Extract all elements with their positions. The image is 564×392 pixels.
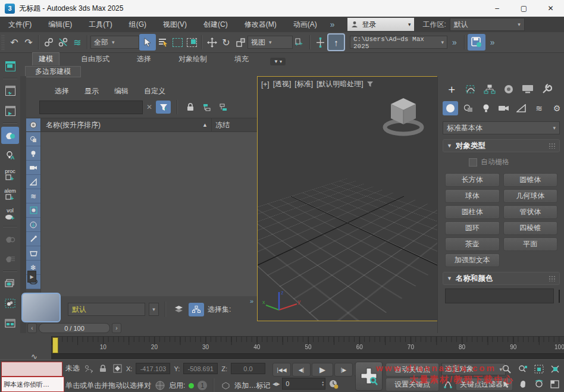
maxscript-mini-listener[interactable]: 脚本迷你侦听… — [1, 377, 64, 392]
time-slider-handle[interactable] — [52, 337, 58, 353]
layers-icon[interactable] — [172, 303, 185, 315]
select-object-button[interactable] — [139, 34, 156, 51]
set-keys-button[interactable] — [355, 362, 383, 391]
window-crossing-toggle[interactable] — [184, 35, 199, 50]
hand-list-tool-icon[interactable] — [1, 250, 19, 268]
ribbon-minimize-dropdown[interactable]: ▼ ▾ — [270, 58, 286, 65]
light-lister-icon[interactable]: A — [1, 146, 19, 164]
play-button[interactable]: ▶ — [312, 363, 333, 377]
new-key-mode-icon[interactable] — [443, 379, 453, 390]
sculpt-hand-tool-icon[interactable] — [1, 127, 19, 144]
tab-hierarchy[interactable] — [482, 82, 497, 96]
menu-group[interactable]: 组(G) — [121, 20, 155, 30]
workspace-dropdown[interactable]: 默认 ▾ — [450, 18, 525, 31]
ribbon-tab-modeling[interactable]: 建模 — [32, 52, 59, 65]
menu-file[interactable]: 文件(F) — [0, 20, 40, 30]
timeline-ruler[interactable]: 0 10 20 30 40 50 60 70 80 90 100 — [51, 336, 564, 354]
select-by-name-button[interactable] — [156, 35, 170, 50]
preset-caret-button[interactable]: ▾ — [149, 303, 159, 316]
expand-panel-arrow[interactable]: ▶ — [27, 271, 36, 283]
select-and-link-icon[interactable] — [42, 35, 56, 50]
script-run-icon[interactable] — [1, 82, 19, 99]
rollout-object-type[interactable]: ▼ 对象类型 — [443, 139, 560, 152]
current-frame-field[interactable]: 0 ▴▾ — [282, 378, 325, 390]
track-bar[interactable] — [51, 353, 564, 359]
x-coordinate-field[interactable]: -417.103 — [136, 363, 170, 374]
per-view-filter-icon[interactable] — [367, 81, 374, 87]
unlink-selection-icon[interactable] — [56, 35, 70, 50]
object-color-swatch[interactable] — [559, 290, 560, 303]
proc-create-icon[interactable]: proc + — [1, 167, 19, 184]
display-selection-toggle[interactable] — [26, 118, 41, 131]
time-slider-value[interactable]: 0 / 100 — [39, 323, 110, 333]
bind-to-spacewarp-icon[interactable]: ≋ — [70, 35, 84, 50]
zoom-region-button[interactable] — [499, 377, 515, 391]
view-cube[interactable] — [378, 90, 429, 141]
button-cone[interactable]: 圆锥体 — [503, 173, 558, 187]
overflow-chevron[interactable]: » — [250, 297, 253, 305]
z-coordinate-field[interactable]: 0.0 — [231, 363, 265, 374]
minimize-button[interactable]: – — [484, 0, 510, 17]
isolate-selection-icon[interactable] — [83, 363, 94, 374]
redo-button[interactable]: ↷ — [21, 35, 36, 50]
menu-animation[interactable]: 动画(A) — [285, 20, 325, 30]
maximize-button[interactable]: ▢ — [510, 0, 537, 17]
time-configuration-button[interactable] — [328, 378, 339, 389]
explorer-menu-display[interactable]: 显示 — [84, 86, 99, 96]
category-spacewarps[interactable]: ≋ — [531, 101, 547, 115]
render-presets-tool-icon[interactable] — [1, 315, 19, 332]
display-lights-toggle[interactable] — [26, 146, 40, 161]
filter-funnel-button[interactable] — [156, 101, 171, 114]
menu-modifiers[interactable]: 修改器(M) — [236, 20, 285, 30]
category-systems[interactable]: ⚙ — [549, 101, 564, 115]
viewport-menu-pov[interactable]: [透视] — [273, 79, 292, 89]
expand-tree-icon[interactable] — [200, 101, 214, 113]
maxscript-editor-icon[interactable] — [1, 58, 19, 75]
button-box[interactable]: 长方体 — [445, 173, 500, 187]
tab-modify[interactable] — [463, 82, 478, 96]
selection-filter-dropdown[interactable]: 全部 ▾ — [90, 36, 139, 49]
display-spacewarps-toggle[interactable]: ≋ — [26, 189, 40, 203]
add-time-tag[interactable]: 添加…标记 — [234, 381, 270, 391]
maximize-viewport-toggle[interactable] — [547, 377, 563, 391]
select-and-move-button[interactable] — [205, 35, 219, 50]
spinner-down-icon[interactable]: ▾ — [322, 384, 324, 387]
ribbon-tab-freeform[interactable]: 自由形式 — [75, 53, 115, 65]
save-file-button[interactable] — [468, 34, 485, 51]
grid-sphere-icon[interactable] — [155, 380, 165, 391]
button-plane[interactable]: 平面 — [503, 237, 558, 251]
category-cameras[interactable] — [496, 101, 512, 115]
explorer-menu-select[interactable]: 选择 — [55, 86, 69, 96]
scene-object-list[interactable] — [40, 132, 257, 296]
clear-search-icon[interactable]: ✕ — [146, 103, 152, 111]
select-and-rotate-button[interactable]: ↻ — [219, 35, 233, 50]
category-shapes[interactable] — [460, 101, 476, 115]
vol-create-icon[interactable]: vol + — [1, 206, 19, 223]
key-selection-dropdown[interactable]: 选定对象 ▾ — [441, 363, 506, 375]
column-header-frozen[interactable]: 冻结 — [211, 118, 257, 131]
go-to-start-button[interactable]: |◀◀ — [272, 363, 291, 377]
display-cameras-toggle[interactable] — [26, 161, 40, 175]
button-geosphere[interactable]: 几何球体 — [503, 189, 558, 203]
pan-view-button[interactable] — [515, 377, 531, 391]
hierarchy-view-button[interactable] — [189, 303, 204, 316]
display-helpers-toggle[interactable] — [26, 175, 40, 189]
select-and-scale-button[interactable] — [233, 35, 247, 50]
menu-edit[interactable]: 编辑(E) — [40, 20, 80, 30]
previous-frame-button[interactable]: ◀| — [292, 363, 311, 377]
hand-gear-tool-icon[interactable] — [1, 230, 19, 247]
ribbon-panel-polygon-modeling[interactable]: 多边形建模 — [25, 66, 81, 77]
explorer-search-input[interactable] — [39, 101, 143, 114]
undo-button[interactable]: ↶ — [7, 35, 21, 50]
explorer-menu-edit[interactable]: 编辑 — [114, 86, 129, 96]
menu-tools[interactable]: 工具(T) — [80, 20, 120, 30]
tab-motion[interactable] — [501, 82, 516, 96]
collapse-tree-icon[interactable] — [217, 101, 230, 113]
orbit-button[interactable] — [531, 377, 547, 391]
perspective-viewport[interactable]: [+] [透视] [标准] [默认明暗处理] x y z — [257, 76, 438, 321]
macro-recorder-field[interactable] — [1, 362, 62, 377]
close-button[interactable]: ✕ — [537, 0, 564, 17]
lock-explorer-icon[interactable] — [184, 101, 197, 113]
object-name-input[interactable] — [445, 288, 554, 303]
menu-overflow-chevron[interactable]: » — [325, 20, 340, 29]
